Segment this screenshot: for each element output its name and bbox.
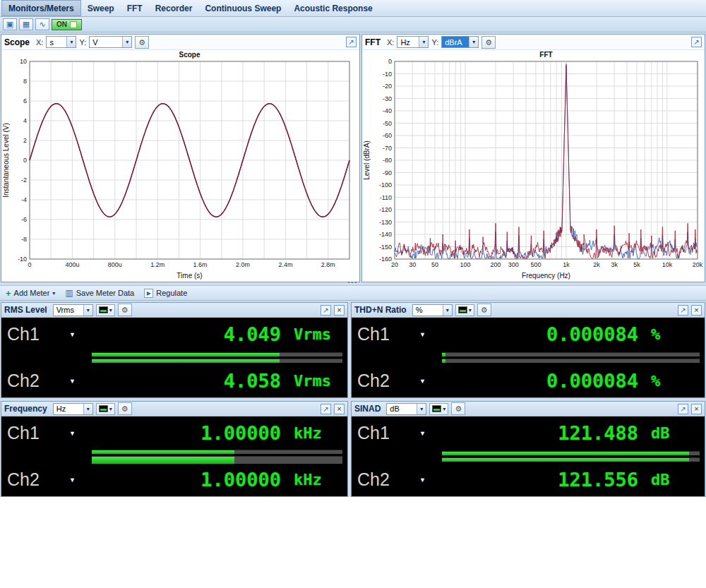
chevron-down-icon: ▾ [469, 307, 472, 313]
rms-unit-select[interactable]: Vrms ▾ [53, 304, 93, 316]
svg-text:1k: 1k [563, 261, 570, 268]
tab-sweep[interactable]: Sweep [81, 0, 121, 16]
fft-x-unit-select[interactable]: Hz ▾ [397, 36, 429, 48]
chevron-down-icon: ▾ [419, 37, 428, 47]
meter-panel-rms-level: RMS Level Vrms ▾ ▾ ⚙ ↗ × Ch1 ▼ 4.049 [1, 302, 348, 398]
channel-select-arrow[interactable]: ▼ [419, 378, 431, 385]
fft-chart[interactable]: 2030501002003005001k2k3k5k10k20k0-10-20-… [362, 50, 705, 282]
channel-row-ch2: Ch2 ▼ 4.058 Vrms [1, 368, 347, 394]
gear-icon[interactable]: ⚙ [481, 36, 496, 49]
svg-text:2k: 2k [593, 261, 600, 268]
tab-acoustic-response[interactable]: Acoustic Response [287, 0, 378, 16]
expand-icon[interactable]: ↗ [321, 305, 331, 316]
svg-text:2.8m: 2.8m [321, 261, 335, 268]
scope-y-unit-select[interactable]: V ▾ [89, 36, 132, 48]
svg-text:2.4m: 2.4m [278, 261, 292, 268]
gear-icon[interactable]: ⚙ [477, 304, 491, 316]
close-icon[interactable]: × [334, 305, 345, 316]
svg-text:-2: -2 [21, 176, 27, 184]
svg-text:Instantaneous Level (V): Instantaneous Level (V) [2, 123, 10, 198]
level-bar-ch2 [92, 359, 342, 363]
scope-chart[interactable]: 0400u800u1.2m1.6m2.0m2.4m2.8m1086420-2-4… [1, 50, 359, 282]
meter-title: THD+N Ratio [354, 305, 407, 315]
level-bar-ch2 [442, 359, 700, 363]
channel-select-arrow[interactable]: ▼ [419, 476, 431, 484]
scope-x-unit-select[interactable]: s ▾ [46, 36, 76, 48]
svg-text:-8: -8 [21, 236, 27, 243]
channel-select-arrow[interactable]: ▼ [69, 378, 80, 385]
channel-select-arrow[interactable]: ▼ [419, 331, 431, 338]
tab-recorder[interactable]: Recorder [149, 0, 199, 16]
level-bar-ch1 [92, 450, 342, 454]
channel-select-arrow[interactable]: ▼ [69, 430, 80, 437]
level-bars [92, 352, 342, 363]
add-meter-button[interactable]: + Add Meter ▾ [6, 288, 55, 299]
thdn-unit-value: % [413, 305, 443, 316]
generator-on-toggle[interactable]: ON [52, 19, 82, 30]
chevron-down-icon: ▾ [66, 37, 76, 47]
fft-x-unit-value: Hz [397, 37, 419, 47]
save-meter-data-button[interactable]: ▥ Save Meter Data [65, 288, 134, 298]
fft-y-label: Y: [431, 38, 438, 47]
meters-view-icon[interactable]: ▦ [19, 18, 33, 30]
level-bars [442, 451, 700, 462]
scope-view-icon[interactable]: ∿ [35, 18, 49, 30]
svg-text:3k: 3k [611, 261, 618, 268]
meter-toolbar: + Add Meter ▾ ▥ Save Meter Data ▶ Regula… [0, 285, 706, 301]
meter-value: 4.049 [80, 323, 281, 345]
scope-x-unit-value: s [47, 37, 66, 47]
tab-monitors-meters[interactable]: Monitors/Meters [1, 0, 81, 16]
svg-text:50: 50 [431, 261, 438, 268]
meter-display: Ch1 ▼ 121.488 dB Ch2 ▼ 121.556 dB [352, 416, 705, 496]
expand-icon[interactable]: ↗ [678, 404, 688, 414]
frequency-unit-select[interactable]: Hz ▾ [53, 403, 93, 415]
svg-text:-4: -4 [21, 196, 27, 203]
close-icon[interactable]: × [691, 305, 702, 316]
meter-display-settings-button[interactable]: ▾ [455, 304, 474, 316]
expand-icon[interactable]: ↗ [346, 37, 357, 47]
svg-text:-140: -140 [379, 231, 392, 238]
fft-y-unit-select[interactable]: dBrA ▾ [441, 36, 479, 48]
svg-text:-160: -160 [379, 256, 392, 263]
channel-select-arrow[interactable]: ▼ [69, 331, 80, 338]
svg-text:Level (dBrA): Level (dBrA) [363, 140, 371, 180]
analyzer-workspace: Monitors/Meters Sweep FFT Recorder Conti… [0, 0, 706, 497]
tab-continuous-sweep[interactable]: Continuous Sweep [198, 0, 287, 16]
svg-text:2: 2 [23, 137, 27, 144]
gear-icon[interactable]: ⚙ [118, 304, 132, 316]
svg-text:-10: -10 [18, 256, 27, 263]
sinad-unit-select[interactable]: dB ▾ [386, 403, 426, 415]
svg-text:500: 500 [530, 261, 541, 268]
regulate-button[interactable]: ▶ Regulate [144, 289, 187, 298]
channel-select-arrow[interactable]: ▼ [419, 430, 431, 437]
thdn-unit-select[interactable]: % ▾ [412, 304, 453, 316]
expand-icon[interactable]: ↗ [691, 37, 702, 47]
meter-display-settings-button[interactable]: ▾ [96, 304, 115, 316]
svg-text:-20: -20 [383, 83, 392, 90]
window-layout-icon[interactable]: ▣ [3, 18, 17, 30]
close-icon[interactable]: × [334, 404, 345, 414]
channel-row-ch2: Ch2 ▼ 121.556 dB [352, 467, 705, 493]
expand-icon[interactable]: ↗ [321, 404, 331, 414]
meter-value: 0.000084 [431, 323, 638, 345]
chevron-down-icon: ▾ [109, 307, 112, 313]
gear-icon[interactable]: ⚙ [451, 402, 465, 415]
meter-display-settings-button[interactable]: ▾ [429, 403, 448, 415]
svg-text:Frequency (Hz): Frequency (Hz) [522, 272, 570, 280]
meter-display-settings-button[interactable]: ▾ [96, 403, 115, 415]
close-icon[interactable]: × [691, 404, 702, 414]
meter-value: 121.488 [431, 422, 638, 444]
channel-label: Ch1 [7, 423, 69, 443]
svg-text:-6: -6 [21, 216, 27, 223]
tab-fft[interactable]: FFT [121, 0, 149, 16]
expand-icon[interactable]: ↗ [678, 305, 688, 316]
play-icon: ▶ [144, 289, 153, 298]
svg-text:100: 100 [460, 261, 470, 268]
gear-icon[interactable]: ⚙ [118, 402, 132, 415]
channel-select-arrow[interactable]: ▼ [69, 476, 80, 484]
svg-text:Scope: Scope [179, 51, 200, 59]
splitter-handle[interactable]: ••• [332, 280, 374, 284]
meter-header: Frequency Hz ▾ ▾ ⚙ ↗ × [1, 402, 347, 416]
gear-icon[interactable]: ⚙ [135, 36, 149, 49]
chevron-down-icon: ▾ [109, 406, 112, 412]
